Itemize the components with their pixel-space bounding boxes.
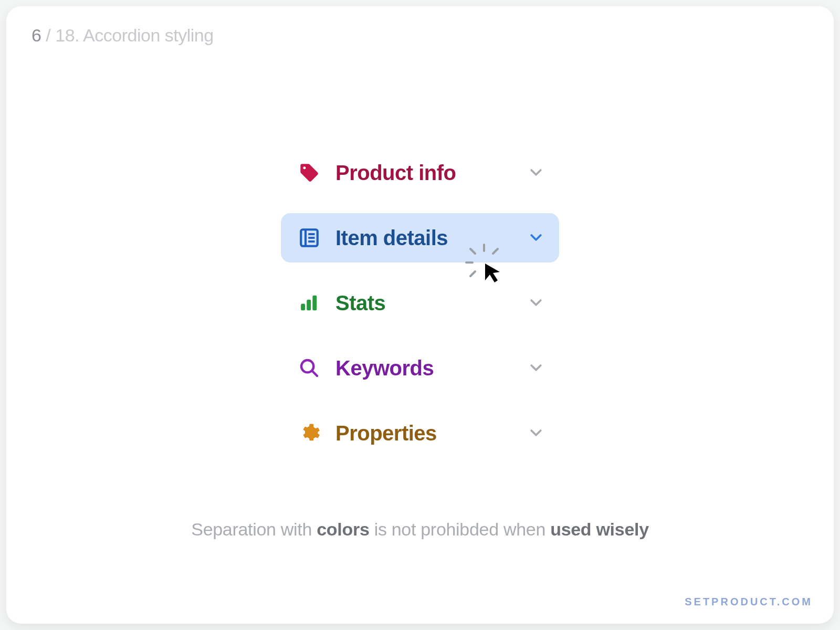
list-panel-icon xyxy=(298,226,321,249)
accordion-item-item-details[interactable]: Item details xyxy=(281,213,559,262)
tag-icon xyxy=(298,161,321,184)
accordion-item-keywords[interactable]: Keywords xyxy=(281,343,559,393)
chevron-down-icon xyxy=(528,295,544,311)
accordion-label: Keywords xyxy=(335,356,528,380)
accordion-label: Item details xyxy=(335,226,528,250)
svg-rect-5 xyxy=(301,304,305,311)
accordion: Product info Item details Stats xyxy=(281,148,559,474)
caption-part: is not prohibded when xyxy=(370,519,551,539)
accordion-item-product-info[interactable]: Product info xyxy=(281,148,559,197)
breadcrumb-current: 6 xyxy=(32,25,41,45)
breadcrumb-rest: 18. Accordion styling xyxy=(55,25,213,45)
caption-strong: used wisely xyxy=(550,519,649,539)
accordion-label: Stats xyxy=(335,291,528,315)
search-icon xyxy=(298,356,321,380)
chevron-down-icon xyxy=(528,229,544,246)
caption-part: Separation with xyxy=(191,519,317,539)
accordion-item-stats[interactable]: Stats xyxy=(281,278,559,328)
svg-rect-6 xyxy=(307,300,311,311)
svg-rect-7 xyxy=(312,296,317,311)
accordion-label: Product info xyxy=(335,161,528,185)
chevron-down-icon xyxy=(528,360,544,376)
breadcrumb: 6 / 18. Accordion styling xyxy=(32,25,214,46)
accordion-item-properties[interactable]: Properties xyxy=(281,408,559,458)
accordion-label: Properties xyxy=(335,422,528,445)
caption: Separation with colors is not prohibded … xyxy=(6,519,834,540)
breadcrumb-sep: / xyxy=(41,25,55,45)
chevron-down-icon xyxy=(528,425,544,442)
brand-watermark: SETPRODUCT.COM xyxy=(685,596,813,608)
bar-chart-icon xyxy=(298,291,321,314)
caption-strong: colors xyxy=(317,519,369,539)
gear-icon xyxy=(298,422,321,445)
chevron-down-icon xyxy=(528,164,544,181)
svg-line-9 xyxy=(312,371,317,376)
slide-card: 6 / 18. Accordion styling Product info I… xyxy=(6,6,834,624)
